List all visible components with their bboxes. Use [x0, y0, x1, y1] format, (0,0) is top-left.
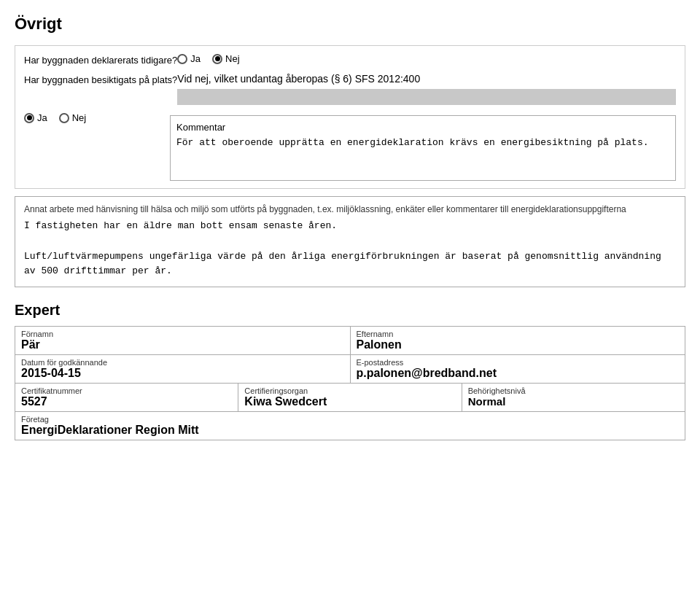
sfs-input[interactable] [177, 89, 676, 105]
question2-ja-option[interactable]: Ja [24, 112, 47, 123]
annat-label: Annat arbete med hänvisning till hälsa o… [24, 204, 676, 214]
certorg-value: Kiwa Swedcert [244, 395, 455, 408]
expert-grid: Förnamn Pär Efternamn Palonen Datum för … [15, 326, 685, 440]
efternamn-cell: Efternamn Palonen [351, 327, 685, 354]
epost-cell: E-postadress p.palonen@bredband.net [351, 355, 685, 383]
expert-name-row: Förnamn Pär Efternamn Palonen [15, 327, 685, 355]
expert-datum-row: Datum för godkännande 2015-04-15 E-posta… [15, 355, 685, 384]
efternamn-value: Palonen [357, 338, 680, 351]
question1-nej-label: Nej [225, 53, 240, 64]
question2-ja-radio[interactable] [24, 113, 34, 123]
question2-nej-option[interactable]: Nej [59, 112, 87, 123]
question1-nej-option[interactable]: Nej [212, 53, 240, 64]
question1-ja-label: Ja [190, 53, 201, 64]
datum-cell: Datum för godkännande 2015-04-15 [15, 355, 351, 383]
foretag-value: EnergiDeklarationer Region Mitt [21, 424, 679, 437]
question1-ja-option[interactable]: Ja [177, 53, 201, 64]
page-title: Övrigt [15, 15, 685, 34]
expert-foretag-row: Företag EnergiDeklarationer Region Mitt [15, 412, 685, 440]
certnr-label: Certifikatnummer [21, 386, 232, 395]
fornamn-label: Förnamn [21, 330, 344, 338]
kommentar-box: Kommentar För att oberoende upprätta en … [170, 115, 676, 181]
behorighet-value: Normal [468, 395, 679, 408]
question1-label: Har byggnaden deklarerats tidigare? [24, 53, 177, 66]
certnr-value: 5527 [21, 395, 232, 408]
question2-ja-label: Ja [37, 112, 47, 123]
efternamn-label: Efternamn [357, 330, 680, 338]
foretag-cell: Företag EnergiDeklarationer Region Mitt [15, 412, 685, 440]
datum-label: Datum för godkännande [21, 358, 344, 367]
question2-label: Har byggnaden besiktigats på plats? [24, 73, 177, 85]
certorg-label: Certifieringsorgan [244, 386, 455, 395]
question1-nej-radio[interactable] [212, 54, 222, 64]
expert-section: Expert Förnamn Pär Efternamn Palonen Dat… [15, 302, 685, 440]
kommentar-label: Kommentar [176, 122, 669, 133]
datum-value: 2015-04-15 [21, 367, 344, 380]
expert-heading: Expert [15, 302, 685, 319]
fornamn-value: Pär [21, 338, 344, 351]
fornamn-cell: Förnamn Pär [15, 327, 351, 354]
annat-text: I fastigheten har en äldre man bott ensa… [24, 219, 676, 279]
behorighet-cell: Behörighetsnivå Normal [462, 384, 685, 411]
question2-nej-radio[interactable] [59, 113, 69, 123]
behorighet-label: Behörighetsnivå [468, 386, 679, 395]
epost-value: p.palonen@bredband.net [357, 367, 680, 380]
question1-ja-radio[interactable] [177, 54, 187, 64]
annat-section: Annat arbete med hänvisning till hälsa o… [15, 196, 685, 287]
certorg-cell: Certifieringsorgan Kiwa Swedcert [238, 384, 462, 411]
sfs-label: Vid nej, vilket undantag åberopas (§ 6) … [177, 73, 676, 85]
expert-cert-row: Certifikatnummer 5527 Certifieringsorgan… [15, 384, 685, 412]
kommentar-text: För att oberoende upprätta en energidekl… [176, 136, 669, 150]
certnr-cell: Certifikatnummer 5527 [15, 384, 238, 411]
foretag-label: Företag [21, 415, 679, 424]
epost-label: E-postadress [357, 358, 680, 367]
question2-nej-label: Nej [72, 112, 87, 123]
